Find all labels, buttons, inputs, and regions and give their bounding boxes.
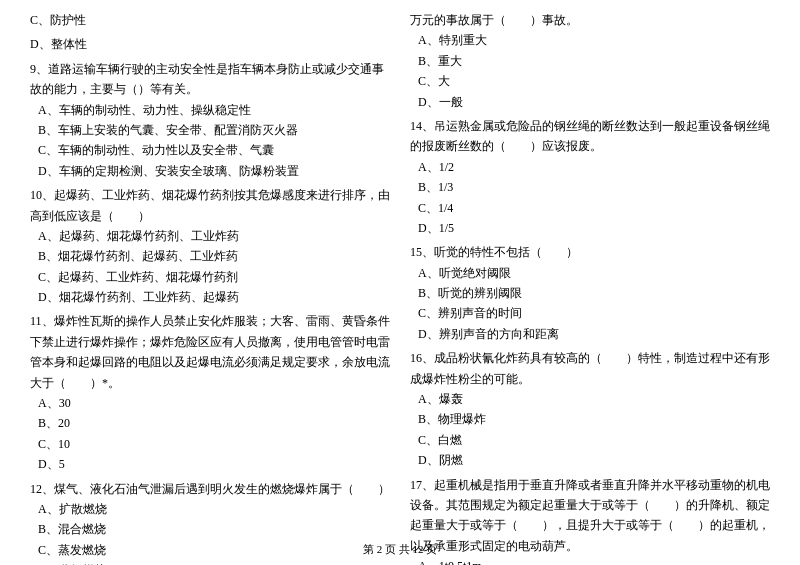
q13-option-a: A、特别重大 — [418, 30, 770, 50]
q15-option-d: D、辨别声音的方向和距离 — [418, 324, 770, 344]
q13-option-c: C、大 — [418, 71, 770, 91]
q16-option-c: C、白燃 — [418, 430, 770, 450]
q15-option-a: A、听觉绝对阈限 — [418, 263, 770, 283]
q12-option-d: D、分解燃烧 — [38, 560, 390, 565]
question-13-continued: 万元的事故属于（ ）事故。 A、特别重大 B、重大 C、大 D、一般 — [410, 10, 770, 112]
question-9: 9、道路运输车辆行驶的主动安全性是指车辆本身防止或减少交通事故的能力，主要与（）… — [30, 59, 390, 181]
q13-option-b: B、重大 — [418, 51, 770, 71]
q16-option-b: B、物理爆炸 — [418, 409, 770, 429]
question-14-text: 14、吊运熟金属或危险品的钢丝绳的断丝数达到一般起重设备钢丝绳的报废断丝数的（ … — [410, 116, 770, 157]
question-16-text: 16、成品粉状氰化炸药具有较高的（ ）特性，制造过程中还有形成爆炸性粉尘的可能。 — [410, 348, 770, 389]
q9-option-c: C、车辆的制动性、动力性以及安全带、气囊 — [38, 140, 390, 160]
q14-option-a: A、1/2 — [418, 157, 770, 177]
q14-option-c: C、1/4 — [418, 198, 770, 218]
q12-option-b: B、混合燃烧 — [38, 519, 390, 539]
q12-option-a: A、扩散燃烧 — [38, 499, 390, 519]
q11-option-a: A、30 — [38, 393, 390, 413]
q9-option-d: D、车辆的定期检测、安装安全玻璃、防爆粉装置 — [38, 161, 390, 181]
page-container: C、防护性 D、整体性 9、道路运输车辆行驶的主动安全性是指车辆本身防止或减少交… — [0, 0, 800, 565]
question-16-options: A、爆轰 B、物理爆炸 C、白燃 D、阴燃 — [410, 389, 770, 471]
q16-option-a: A、爆轰 — [418, 389, 770, 409]
question-16: 16、成品粉状氰化炸药具有较高的（ ）特性，制造过程中还有形成爆炸性粉尘的可能。… — [410, 348, 770, 470]
page-number: 第 2 页 共 12 页 — [363, 543, 437, 555]
q9-option-b: B、车辆上安装的气囊、安全带、配置消防灭火器 — [38, 120, 390, 140]
question-13-options: A、特别重大 B、重大 C、大 D、一般 — [410, 30, 770, 112]
question-11-text: 11、爆炸性瓦斯的操作人员禁止安化炸服装；大客、雷雨、黄昏条件下禁止进行爆炸操作… — [30, 311, 390, 393]
question-11: 11、爆炸性瓦斯的操作人员禁止安化炸服装；大客、雷雨、黄昏条件下禁止进行爆炸操作… — [30, 311, 390, 474]
option-text: C、防护性 — [30, 13, 86, 27]
q11-option-d: D、5 — [38, 454, 390, 474]
q14-option-b: B、1/3 — [418, 177, 770, 197]
q10-option-b: B、烟花爆竹药剂、起爆药、工业炸药 — [38, 246, 390, 266]
question-15-options: A、听觉绝对阈限 B、听觉的辨别阈限 C、辨别声音的时间 D、辨别声音的方向和距… — [410, 263, 770, 345]
option-c-protective: C、防护性 — [30, 10, 390, 30]
q15-option-c: C、辨别声音的时间 — [418, 303, 770, 323]
q10-option-c: C、起爆药、工业炸药、烟花爆竹药剂 — [38, 267, 390, 287]
two-column-layout: C、防护性 D、整体性 9、道路运输车辆行驶的主动安全性是指车辆本身防止或减少交… — [30, 10, 770, 565]
page-footer: 第 2 页 共 12 页 — [0, 542, 800, 557]
q13-option-d: D、一般 — [418, 92, 770, 112]
q15-option-b: B、听觉的辨别阈限 — [418, 283, 770, 303]
question-11-options: A、30 B、20 C、10 D、5 — [30, 393, 390, 475]
question-15-text: 15、听觉的特性不包括（ ） — [410, 242, 770, 262]
left-column: C、防护性 D、整体性 9、道路运输车辆行驶的主动安全性是指车辆本身防止或减少交… — [30, 10, 390, 565]
question-13-cont-text: 万元的事故属于（ ）事故。 — [410, 10, 770, 30]
question-10-text: 10、起爆药、工业炸药、烟花爆竹药剂按其危爆感度来进行排序，由高到低应该是（ ） — [30, 185, 390, 226]
question-10-options: A、起爆药、烟花爆竹药剂、工业炸药 B、烟花爆竹药剂、起爆药、工业炸药 C、起爆… — [30, 226, 390, 308]
q11-option-b: B、20 — [38, 413, 390, 433]
question-14-options: A、1/2 B、1/3 C、1/4 D、1/5 — [410, 157, 770, 239]
question-14: 14、吊运熟金属或危险品的钢丝绳的断丝数达到一般起重设备钢丝绳的报废断丝数的（ … — [410, 116, 770, 238]
q11-option-c: C、10 — [38, 434, 390, 454]
question-12-text: 12、煤气、液化石油气泄漏后遇到明火发生的燃烧爆炸属于（ ） — [30, 479, 390, 499]
option-d-integrity: D、整体性 — [30, 34, 390, 54]
q16-option-d: D、阴燃 — [418, 450, 770, 470]
q9-option-a: A、车辆的制动性、动力性、操纵稳定性 — [38, 100, 390, 120]
q17-option-a: A、1t0.5t1m — [418, 556, 770, 565]
q10-option-a: A、起爆药、烟花爆竹药剂、工业炸药 — [38, 226, 390, 246]
question-9-options: A、车辆的制动性、动力性、操纵稳定性 B、车辆上安装的气囊、安全带、配置消防灭火… — [30, 100, 390, 182]
question-10: 10、起爆药、工业炸药、烟花爆竹药剂按其危爆感度来进行排序，由高到低应该是（ ）… — [30, 185, 390, 307]
option-text: D、整体性 — [30, 37, 87, 51]
right-column: 万元的事故属于（ ）事故。 A、特别重大 B、重大 C、大 D、一般 14、吊运… — [410, 10, 770, 565]
question-15: 15、听觉的特性不包括（ ） A、听觉绝对阈限 B、听觉的辨别阈限 C、辨别声音… — [410, 242, 770, 344]
question-9-text: 9、道路运输车辆行驶的主动安全性是指车辆本身防止或减少交通事故的能力，主要与（）… — [30, 59, 390, 100]
question-17-options: A、1t0.5t1m B、1t0.5t2m — [410, 556, 770, 565]
q10-option-d: D、烟花爆竹药剂、工业炸药、起爆药 — [38, 287, 390, 307]
q14-option-d: D、1/5 — [418, 218, 770, 238]
